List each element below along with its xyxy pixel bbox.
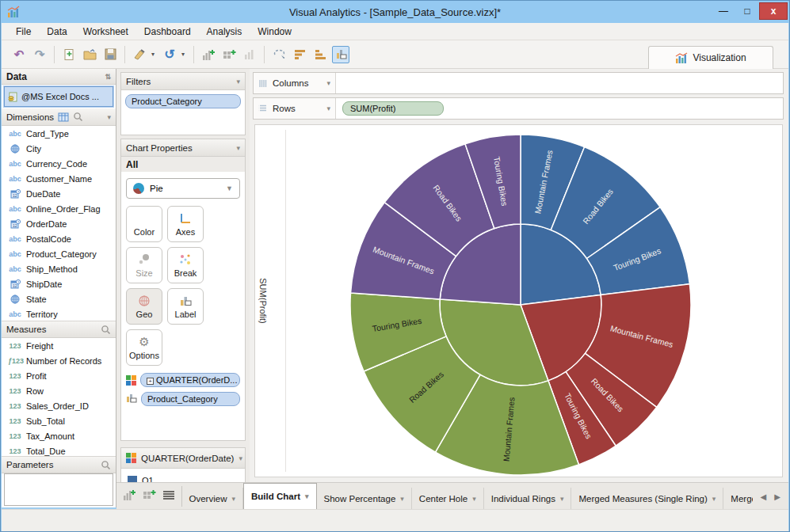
undo-button[interactable]: ↶: [10, 46, 28, 63]
dimensions-header[interactable]: Dimensions ▾: [2, 108, 116, 126]
menu-file[interactable]: File: [8, 25, 39, 39]
tab-show-percentage[interactable]: Show Percentage▾: [317, 488, 412, 509]
sort-descending-button[interactable]: [311, 46, 329, 63]
label-field-pill[interactable]: Product_Category: [141, 392, 240, 406]
search-icon[interactable]: [101, 460, 111, 470]
tab-caret-icon[interactable]: ▾: [231, 495, 235, 503]
tab-caret-icon[interactable]: ▾: [472, 495, 476, 503]
menu-worksheet[interactable]: Worksheet: [75, 25, 136, 39]
dimension-item[interactable]: State: [2, 291, 116, 306]
columns-caret-icon[interactable]: ▾: [326, 79, 330, 87]
tab-caret-icon[interactable]: ▾: [305, 492, 309, 500]
updown-icon[interactable]: ⇅: [105, 73, 111, 81]
label-button[interactable]: Label: [167, 288, 204, 325]
parameters-header[interactable]: Parameters: [2, 457, 116, 473]
dimension-item[interactable]: 12OrderDate: [2, 216, 116, 231]
dimension-item[interactable]: abcPostalCode: [2, 231, 116, 246]
chart-properties-caret-icon[interactable]: ▾: [236, 144, 240, 152]
measure-item[interactable]: 123Freight: [2, 338, 116, 353]
measure-item[interactable]: 123Row: [2, 383, 116, 398]
tab-visualization[interactable]: Visualization: [648, 46, 773, 69]
rows-pill-sum-profit[interactable]: SUM(Profit): [342, 101, 444, 116]
color-button[interactable]: Color: [126, 206, 162, 242]
dimension-item[interactable]: abcOnline_Order_Flag: [2, 201, 116, 216]
data-panel-header[interactable]: Data ⇅: [2, 69, 116, 85]
measure-item[interactable]: ƒ123Number of Records: [2, 353, 116, 368]
add-chart-button[interactable]: [200, 46, 217, 63]
chart-properties-header[interactable]: Chart Properties ▾: [121, 139, 245, 157]
measures-header[interactable]: Measures: [2, 321, 116, 338]
rows-shelf[interactable]: Rows ▾ SUM(Profit): [253, 97, 784, 120]
dimension-item[interactable]: abcCurrency_Code: [2, 156, 116, 171]
columns-shelf[interactable]: Columns ▾: [253, 72, 784, 94]
filters-caret-icon[interactable]: ▾: [236, 78, 240, 86]
refresh-caret[interactable]: ▾: [181, 51, 188, 58]
chart-type-select[interactable]: Pie ▼: [126, 178, 240, 199]
redo-button[interactable]: ↷: [31, 46, 48, 63]
menu-dashboard[interactable]: Dashboard: [136, 25, 199, 39]
search-icon[interactable]: [73, 112, 83, 122]
menu-window[interactable]: Window: [250, 25, 300, 39]
menu-analysis[interactable]: Analysis: [199, 25, 250, 39]
new-dashboard-icon[interactable]: [143, 488, 156, 504]
measure-item[interactable]: 123Sales_Order_ID: [2, 398, 116, 413]
tab-center-hole[interactable]: Center Hole▾: [412, 488, 484, 509]
save-button[interactable]: [101, 46, 119, 63]
legend-caret-icon[interactable]: ▾: [239, 454, 242, 462]
measure-item[interactable]: 123Profit: [2, 368, 116, 383]
tab-individual-rings[interactable]: Individual Rings▾: [484, 488, 572, 509]
dimension-item[interactable]: abcShip_Method: [2, 261, 116, 276]
tab-scroll-left-icon[interactable]: ◀: [761, 492, 767, 501]
dimensions-caret-icon[interactable]: ▾: [107, 113, 111, 121]
legend-header[interactable]: QUARTER(OrderDate) ▾: [121, 448, 245, 469]
parameters-list[interactable]: [4, 473, 113, 506]
measure-item[interactable]: 123Sub_Total: [2, 413, 116, 428]
dimension-item[interactable]: abcProduct_Category: [2, 246, 116, 261]
dimension-item[interactable]: abcTerritory: [2, 306, 116, 321]
tab-build-chart[interactable]: Build Chart▾: [243, 483, 317, 509]
break-button[interactable]: Break: [167, 247, 204, 283]
minimize-button[interactable]: —: [712, 2, 735, 20]
data-connection-item[interactable]: @MS Excel Docs ...: [4, 86, 113, 107]
options-button[interactable]: ⚙ Options: [126, 329, 162, 366]
title-bar[interactable]: Visual Analytics - [Sample_Data_Source.v…: [1, 1, 789, 23]
add-dashboard-button[interactable]: [220, 46, 238, 63]
tab-merged-measures[interactable]: Merged Measures (Single Ring)▾: [571, 488, 723, 509]
axes-button[interactable]: Axes: [167, 206, 204, 242]
measure-item[interactable]: 123Total_Due: [2, 443, 116, 457]
new-worksheet-icon[interactable]: [123, 488, 136, 504]
measure-item[interactable]: 123Tax_Amount: [2, 428, 116, 443]
dimension-item[interactable]: 12DueDate: [2, 186, 116, 201]
menu-data[interactable]: Data: [39, 25, 74, 39]
rows-caret-icon[interactable]: ▾: [326, 104, 330, 112]
tab-overview[interactable]: Overview▾: [182, 488, 243, 509]
maximize-button[interactable]: □: [735, 2, 759, 20]
data-connection-caret[interactable]: ▾: [151, 51, 158, 58]
search-icon[interactable]: [101, 325, 111, 335]
geo-button[interactable]: Geo: [126, 288, 162, 325]
sunburst-chart[interactable]: Mountain FramesRoad BikesTouring BikesMo…: [255, 125, 784, 478]
tab-scroll-right-icon[interactable]: ▶: [774, 492, 780, 501]
dimension-item[interactable]: 12ShipDate: [2, 276, 116, 291]
filters-header[interactable]: Filters ▾: [121, 73, 245, 90]
refresh-button[interactable]: ↺: [161, 46, 178, 63]
data-connection-button[interactable]: [131, 46, 148, 63]
expand-icon[interactable]: +: [147, 378, 154, 385]
tab-caret-icon[interactable]: ▾: [560, 495, 564, 503]
view-data-icon[interactable]: [58, 112, 69, 122]
filter-pill-product-category[interactable]: Product_Category: [125, 94, 241, 108]
open-file-button[interactable]: [81, 46, 98, 63]
dimension-item[interactable]: abcCustomer_Name: [2, 171, 116, 186]
new-file-button[interactable]: [60, 46, 78, 63]
color-field-pill[interactable]: +QUARTER(OrderD...: [140, 373, 240, 387]
sheet-list-icon[interactable]: [162, 489, 175, 504]
tab-caret-icon[interactable]: ▾: [400, 495, 404, 503]
dimension-item[interactable]: abcCard_Type: [2, 126, 116, 141]
sort-ascending-button[interactable]: [291, 46, 308, 63]
dimension-item[interactable]: City: [2, 141, 116, 156]
close-button[interactable]: x: [759, 2, 788, 20]
tab-merge-cut[interactable]: Merge: [723, 488, 752, 509]
label-view-button[interactable]: [332, 46, 349, 63]
tab-caret-icon[interactable]: ▾: [712, 495, 716, 503]
lasso-select-button[interactable]: [270, 46, 288, 63]
